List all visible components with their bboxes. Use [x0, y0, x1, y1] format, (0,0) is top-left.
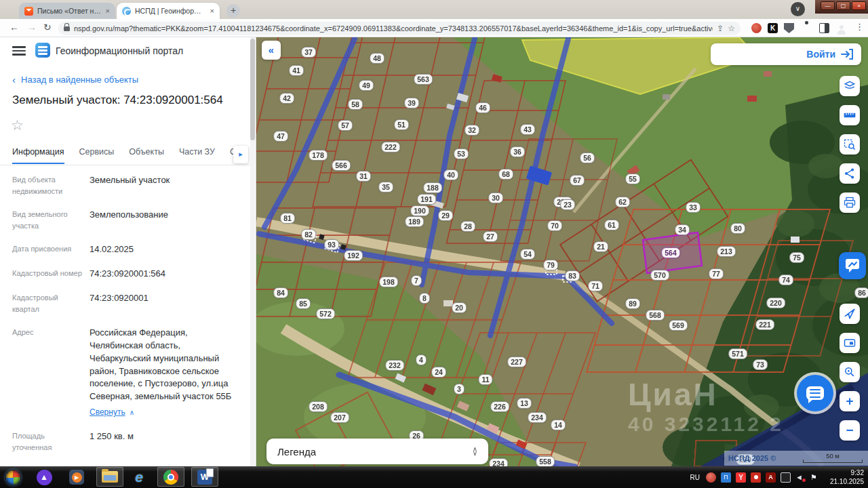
parcel-label-48[interactable]: 48 — [370, 53, 384, 64]
parcel-label-58[interactable]: 58 — [348, 99, 363, 110]
taskbar-explorer[interactable] — [96, 467, 123, 487]
parcel-label-41[interactable]: 41 — [289, 65, 304, 76]
parcel-label-14[interactable]: 14 — [551, 420, 566, 430]
parcel-label-21[interactable]: 21 — [593, 241, 608, 252]
tray-yandex-icon[interactable]: Y — [736, 472, 746, 483]
parcel-label-234[interactable]: 234 — [489, 458, 508, 466]
parcel-label-563[interactable]: 563 — [414, 74, 433, 85]
parcel-label-4[interactable]: 4 — [416, 354, 427, 365]
parcel-label-36[interactable]: 36 — [510, 146, 525, 157]
locate-button[interactable] — [840, 304, 860, 324]
parcel-label-191[interactable]: 191 — [417, 194, 436, 205]
back-button[interactable]: ← — [9, 22, 19, 33]
parcel-label-70[interactable]: 70 — [547, 220, 562, 231]
parcel-label-208[interactable]: 208 — [309, 401, 328, 412]
reload-button[interactable]: ↻ — [43, 22, 52, 33]
sidebar-collapse-button[interactable]: « — [262, 41, 281, 60]
extension-sidepanel-icon[interactable] — [819, 23, 829, 33]
tray-action-center-icon[interactable]: ⚑ — [810, 472, 821, 483]
layers-button[interactable] — [840, 76, 860, 96]
window-minimize-button[interactable]: — — [821, 1, 835, 10]
tab-close-icon[interactable]: × — [106, 7, 110, 15]
share-icon[interactable]: ⇪ — [717, 24, 724, 33]
parcel-label-55[interactable]: 55 — [625, 174, 640, 184]
address-bar[interactable]: nspd.gov.ru/map?thematic=PKK&zoom=17.410… — [58, 22, 741, 35]
selected-object-tool-button[interactable] — [839, 252, 866, 279]
parcel-label-71[interactable]: 71 — [588, 281, 603, 291]
parcel-label-54[interactable]: 54 — [520, 249, 535, 260]
measure-button[interactable] — [840, 105, 860, 125]
start-button[interactable] — [4, 468, 22, 486]
parcel-label-571[interactable]: 571 — [728, 348, 747, 359]
parcel-label-8[interactable]: 8 — [419, 293, 430, 304]
satellite-map[interactable]: 3748415634942395846575132434722236531785… — [256, 37, 868, 466]
parcel-label-188[interactable]: 188 — [423, 182, 442, 193]
taskbar-alice[interactable]: ▲ — [35, 468, 53, 486]
parcel-label-178[interactable]: 178 — [309, 150, 328, 161]
parcel-label-11[interactable]: 11 — [478, 374, 492, 385]
parcel-label-189[interactable]: 189 — [405, 216, 424, 227]
share-button[interactable] — [840, 163, 860, 184]
extension-k-icon[interactable]: K — [768, 23, 778, 33]
parcel-label-232[interactable]: 232 — [385, 360, 404, 371]
tab-information[interactable]: Информация — [12, 147, 64, 164]
parcel-label-57[interactable]: 57 — [338, 120, 353, 131]
window-maximize-button[interactable]: ▢ — [836, 1, 850, 10]
parcel-label-74[interactable]: 74 — [778, 274, 793, 285]
tray-recorder-icon[interactable] — [751, 472, 761, 483]
parcel-label-73[interactable]: 73 — [753, 359, 768, 370]
parcel-label-61[interactable]: 61 — [604, 220, 619, 230]
taskbar-clock[interactable]: 9:32 21.10.2025 — [830, 469, 864, 486]
parcel-label-222[interactable]: 222 — [381, 142, 400, 152]
parcel-label-42[interactable]: 42 — [279, 93, 294, 104]
parcel-label-81[interactable]: 81 — [280, 213, 295, 224]
parcel-label-190[interactable]: 190 — [410, 205, 429, 216]
tray-display-icon[interactable] — [781, 472, 791, 483]
parcel-label-77[interactable]: 77 — [709, 268, 724, 279]
legend-panel[interactable]: Легенда ∧∨ — [267, 439, 488, 464]
tabs-scroll-right-button[interactable]: ▸ — [233, 146, 248, 163]
menu-hamburger-icon[interactable] — [12, 46, 26, 56]
sidebar-scrollbar[interactable] — [250, 37, 255, 466]
parcel-label-86[interactable]: 86 — [854, 287, 868, 298]
parcel-label-572[interactable]: 572 — [316, 308, 335, 319]
parcel-label-67[interactable]: 67 — [570, 175, 585, 186]
parcel-label-75[interactable]: 75 — [789, 252, 804, 263]
parcel-label-46[interactable]: 46 — [475, 102, 490, 113]
parcel-label-207[interactable]: 207 — [330, 412, 349, 423]
scrollbar-thumb[interactable] — [250, 39, 255, 140]
collapse-address-link[interactable]: Свернуть∧ — [90, 407, 134, 418]
parcel-label-220[interactable]: 220 — [766, 298, 785, 308]
taskbar-internet-explorer[interactable]: e — [130, 468, 148, 486]
tab-services[interactable]: Сервисы — [79, 147, 115, 164]
parcel-label-47[interactable]: 47 — [273, 131, 288, 142]
parcel-label-83[interactable]: 83 — [565, 270, 580, 281]
parcel-label-192[interactable]: 192 — [344, 250, 363, 261]
parcel-label-35[interactable]: 35 — [378, 182, 393, 192]
login-bar[interactable]: Войти — [711, 43, 861, 65]
legend-expand-icon[interactable]: ∧∨ — [473, 447, 477, 455]
parcel-label-43[interactable]: 43 — [520, 124, 535, 135]
tab-parts[interactable]: Части ЗУ — [179, 147, 215, 164]
parcel-label-7[interactable]: 7 — [411, 275, 422, 286]
parcel-label-79[interactable]: 79 — [543, 260, 558, 270]
minimap-button[interactable] — [840, 333, 860, 353]
object-search-button[interactable] — [840, 134, 860, 155]
parcel-label-558[interactable]: 558 — [536, 456, 555, 466]
parcel-label-3[interactable]: 3 — [454, 384, 465, 394]
parcel-label-226[interactable]: 226 — [490, 401, 509, 412]
zoom-in-button[interactable]: + — [840, 391, 860, 411]
language-indicator[interactable]: RU — [690, 474, 700, 481]
parcel-label-49[interactable]: 49 — [359, 80, 374, 91]
bookmark-star-icon[interactable]: ☆ — [728, 24, 735, 33]
parcel-label-13[interactable]: 13 — [517, 398, 532, 409]
extension-red-icon[interactable] — [751, 23, 762, 33]
coordinate-search-button[interactable] — [840, 362, 860, 382]
parcel-label-31[interactable]: 31 — [356, 171, 371, 182]
parcel-label-93[interactable]: 93 — [324, 239, 339, 250]
parcel-label-28[interactable]: 28 — [460, 221, 475, 232]
parcel-label-85[interactable]: 85 — [296, 298, 311, 309]
parcel-label-234[interactable]: 234 — [528, 412, 547, 423]
tray-volume-icon[interactable]: ◄ — [795, 472, 806, 483]
parcel-label-33[interactable]: 33 — [686, 202, 701, 213]
